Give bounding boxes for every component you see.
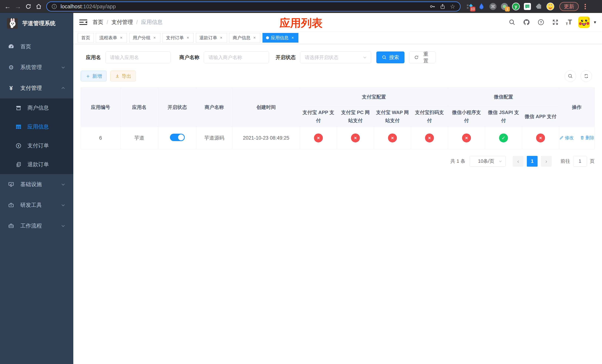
briefcase-icon (7, 223, 15, 229)
tab-close-icon[interactable]: × (219, 36, 224, 40)
sidebar-item-infrastructure[interactable]: 基础设施 (0, 174, 73, 195)
status-switch[interactable] (170, 134, 185, 141)
next-page-button[interactable]: › (541, 156, 552, 167)
password-key-icon[interactable] (429, 3, 436, 10)
sidebar-item-label: 支付管理 (20, 85, 42, 92)
cell-actions: 修改 删除 (559, 127, 594, 149)
sidebar-fold-icon[interactable] (79, 19, 87, 26)
address-bar[interactable]: localhost:1024/pay/app ☆ (46, 1, 461, 11)
avatar-caret-down-icon[interactable]: ▾ (594, 20, 596, 25)
github-icon[interactable] (522, 18, 531, 26)
col-header-wechat-app: 微信 APP 支付 (522, 106, 559, 127)
browser-home-icon[interactable] (34, 2, 43, 11)
header-search-icon[interactable] (508, 18, 516, 26)
sidebar-item-refund-orders[interactable]: 退款订单 (0, 155, 73, 174)
tab-close-icon[interactable]: × (152, 36, 157, 40)
goto-page-input[interactable] (573, 156, 587, 167)
chevron-up-icon (61, 86, 65, 91)
extensions-puzzle-icon[interactable] (535, 2, 543, 11)
search-icon (568, 73, 573, 79)
sidebar-item-app-info[interactable]: 应用信息 (0, 117, 73, 136)
browser-forward-icon[interactable]: → (14, 2, 22, 11)
total-count: 共 1 条 (450, 158, 465, 164)
tab-home[interactable]: 首页 (78, 33, 94, 43)
share-icon[interactable] (439, 3, 446, 10)
tab-merchant-info[interactable]: 商户信息 × (229, 33, 260, 43)
sidebar-item-home[interactable]: 首页 (0, 36, 73, 57)
sidebar-item-payment[interactable]: ¥ 支付管理 (0, 78, 73, 98)
tab-pay-orders[interactable]: 支付订单 × (162, 33, 194, 43)
sidebar-item-dev-tools[interactable]: 研发工具 (0, 195, 73, 215)
page-size-select[interactable]: 10条/页 (469, 156, 506, 167)
extension-badge: 1 (505, 7, 510, 11)
sidebar-item-pay-orders[interactable]: ¥ 支付订单 (0, 136, 73, 155)
sidebar-item-label: 研发工具 (20, 202, 42, 209)
col-header-alipay-wap: 支付宝 WAP 网站支付 (374, 106, 411, 127)
sidebar-item-label: 系统管理 (20, 64, 42, 71)
extension-drop-icon[interactable] (477, 2, 486, 11)
reset-button[interactable]: 重置 (409, 52, 436, 63)
sidebar-item-system[interactable]: ⚙ 系统管理 (0, 57, 73, 78)
merchant-name-label: 商户名称 (179, 54, 199, 61)
extension-pin-icon[interactable]: 10 (466, 2, 474, 11)
breadcrumb-payment[interactable]: 支付管理 (111, 19, 133, 26)
toolbox-icon (7, 202, 15, 208)
prev-page-button[interactable]: ‹ (513, 156, 524, 167)
app-name-input[interactable] (105, 52, 171, 63)
add-button[interactable]: ＋ 新增 (81, 71, 107, 81)
refresh-table-button[interactable] (580, 70, 592, 82)
sidebar-logo[interactable]: 芋道管理系统 (0, 13, 73, 34)
col-header-merchant: 商户名称 (196, 87, 232, 127)
export-button[interactable]: 导出 (110, 71, 136, 81)
browser-menu-icon[interactable] (582, 4, 588, 9)
extension-chat-icon[interactable] (523, 2, 532, 11)
extension-recorder-icon[interactable]: 1 (500, 2, 509, 11)
tab-close-icon[interactable]: × (290, 36, 295, 40)
tab-close-icon[interactable]: × (119, 36, 123, 40)
col-header-wechat-jsapi: 微信 JSAPI 支付 (485, 106, 522, 127)
edit-link[interactable]: 修改 (559, 135, 574, 141)
browser-reload-icon[interactable] (24, 2, 32, 11)
extension-command-icon[interactable]: ⌘ (489, 2, 497, 11)
toggle-search-button[interactable] (565, 70, 576, 82)
extension-y-icon[interactable]: y (512, 2, 520, 11)
tab-process-form[interactable]: 流程表单 × (96, 33, 127, 43)
alipay-qr-status-icon: × (425, 133, 434, 142)
bookmark-star-icon[interactable]: ☆ (449, 3, 456, 10)
svg-text:¥: ¥ (18, 144, 20, 147)
user-avatar[interactable] (578, 16, 590, 28)
current-page[interactable]: 1 (527, 156, 538, 167)
status-select[interactable]: 请选择开启状态 (300, 52, 371, 63)
top-navbar: 首页 / 支付管理 / 应用信息 应用列表 ? (73, 13, 602, 32)
chevron-down-icon (61, 224, 65, 228)
alipay-app-status-icon: × (314, 133, 323, 142)
site-info-icon[interactable] (51, 3, 58, 10)
help-icon[interactable]: ? (537, 18, 545, 26)
cell-status (158, 127, 196, 149)
sidebar-item-workflow[interactable]: 工作流程 (0, 215, 73, 236)
tab-close-icon[interactable]: × (186, 36, 190, 40)
plus-icon: ＋ (85, 73, 91, 80)
group-header-wechat: 微信配置 (448, 87, 559, 106)
delete-link[interactable]: 删除 (580, 135, 594, 141)
chevron-down-icon (61, 65, 65, 70)
filter-form: 应用名 商户名称 开启状态 请选择开启状态 搜索 重置 (86, 52, 595, 63)
breadcrumb-home[interactable]: 首页 (93, 19, 103, 26)
tab-refund-orders[interactable]: 退款订单 × (196, 33, 227, 43)
tab-user-group[interactable]: 用户分组 × (129, 33, 160, 43)
extensions-row: 10 ⌘ 1 y (466, 2, 555, 11)
browser-update-button[interactable]: 更新 (559, 2, 579, 11)
logo-rabbit-avatar (7, 18, 18, 29)
cell-app-id: 6 (81, 127, 120, 149)
sidebar-item-merchant-info[interactable]: 商户信息 (0, 98, 73, 117)
col-header-wechat-mini: 微信小程序支付 (448, 106, 485, 127)
tab-app-info[interactable]: 应用信息 × (262, 33, 298, 43)
browser-back-icon[interactable]: ← (3, 2, 12, 11)
tab-close-icon[interactable]: × (252, 36, 257, 40)
col-header-alipay-pc: 支付宝 PC 网站支付 (337, 106, 374, 127)
merchant-name-input[interactable] (204, 52, 269, 63)
font-size-icon[interactable]: тT (566, 18, 572, 26)
search-button[interactable]: 搜索 (376, 52, 405, 63)
fullscreen-icon[interactable] (551, 18, 559, 26)
browser-profile-avatar[interactable] (546, 2, 555, 11)
